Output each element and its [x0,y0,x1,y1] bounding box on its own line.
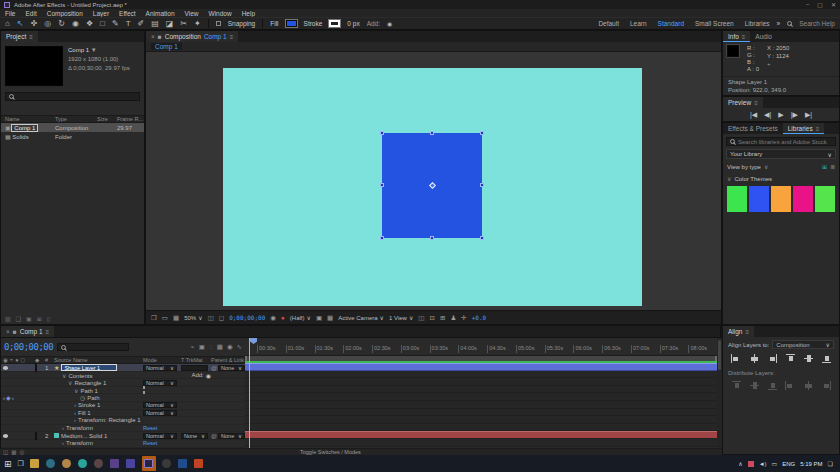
add-shape-button-icon[interactable]: ◉ [387,21,392,27]
layer-name-edit-field[interactable]: Shape Layer 1 [61,364,117,371]
tab-composition[interactable]: × ■ Composition Comp 1 ≡ [146,31,238,42]
project-search-input[interactable] [5,92,140,101]
panel-menu-icon[interactable]: ≡ [46,329,50,335]
workspace-default[interactable]: Default [598,20,619,27]
keyframe-icon[interactable]: ◆ [6,394,11,401]
clock[interactable]: 5:19 PM [800,461,822,467]
view-layout-dropdown[interactable]: 1 View∨ [389,314,413,321]
pickwhip-icon[interactable]: @ [211,433,217,439]
graph-editor-icon[interactable]: ∿ [237,343,242,351]
stopwatch-icon[interactable]: ◷ [80,395,85,401]
property-group-stroke-1[interactable]: ›Stroke 1 Normal∨ [1,402,245,410]
project-settings-icon[interactable]: ⊞ [37,315,42,322]
property-group-rectangle-1[interactable]: ∨Rectangle 1 Normal∨ [1,379,245,387]
tray-chevron-icon[interactable]: ∧ [738,460,742,467]
panel-menu-icon[interactable]: ≡ [230,34,234,40]
panel-menu-icon[interactable]: ≡ [754,100,758,106]
camera-tool-icon[interactable]: ◉ [72,20,79,28]
taskbar-app-6[interactable] [110,459,120,469]
distribute-vertical-center-button[interactable] [749,381,759,390]
layer-row-solid-1[interactable]: 2 Medium... Solid 1 Normal∨ None∨ @None∨ [1,432,245,440]
stroke-width-value[interactable]: 0 px [347,20,359,27]
shape-layer-rectangle[interactable] [382,133,482,238]
color-swatch-3[interactable] [771,186,791,212]
stroke-label[interactable]: Stroke [304,20,323,27]
align-right-button[interactable] [767,354,777,363]
menu-layer[interactable]: Layer [93,10,109,17]
blend-mode-dropdown[interactable]: Normal∨ [143,365,177,371]
pickwhip-icon[interactable]: @ [211,365,217,371]
tab-timeline-comp1[interactable]: × ■ Comp 1 ≡ [1,326,54,337]
new-folder-icon[interactable]: ❑ [16,315,21,322]
eye-icon[interactable] [3,366,8,370]
start-button-icon[interactable]: ⊞ [4,459,12,469]
align-horizontal-center-button[interactable] [749,354,759,363]
speaker-icon[interactable]: ◄) [759,461,767,467]
language-indicator[interactable]: ENG [782,461,795,467]
workspace-libraries[interactable]: Libraries [745,20,770,27]
selection-handle[interactable] [430,236,434,240]
guides-icon[interactable]: ◫ [208,314,214,322]
taskbar-app-11[interactable] [194,459,204,469]
menu-help[interactable]: Help [242,10,255,17]
breadcrumb[interactable]: Comp 1 [151,43,182,50]
tab-info[interactable]: Info ≡ [723,31,750,42]
time-ruler[interactable]: 00:30s01:00s 01:30s02:00s 02:30s03:00s 0… [245,338,717,356]
panel-menu-icon[interactable]: ≡ [745,329,749,335]
twirl-down-icon[interactable]: ∨ [62,373,66,379]
exposure-value[interactable]: +0.0 [472,314,486,321]
tab-effects-presets[interactable]: Effects & Presets [723,123,783,134]
pan-behind-tool-icon[interactable]: ❖ [86,20,93,28]
anchor-point-icon[interactable] [429,182,436,189]
selection-handle[interactable] [380,183,384,187]
current-time-field[interactable]: 0;00;00;00 [4,342,53,352]
twirl-right-icon[interactable]: › [62,425,64,431]
roto-brush-tool-icon[interactable]: ✂ [180,20,187,28]
prev-keyframe-icon[interactable]: ‹ [3,395,5,401]
menu-file[interactable]: File [5,10,15,17]
new-composition-icon[interactable]: ▣ [26,315,32,322]
twirl-down-icon[interactable]: ∨ [74,388,78,394]
twirl-right-icon[interactable]: › [74,410,76,416]
project-row-comp1[interactable]: ▣ Comp 1 Composition 29.97 [1,123,144,132]
align-vertical-center-button[interactable] [803,354,813,363]
parent-dropdown[interactable]: None∨ [218,433,245,439]
distribute-top-button[interactable] [731,381,741,390]
selection-handle[interactable] [430,131,434,135]
transparency-grid-icon[interactable]: ▦ [327,314,333,322]
reset-link[interactable]: Reset [143,425,181,431]
pixel-aspect-icon[interactable]: ◫ [418,314,424,322]
taskbar-app-2[interactable] [46,459,56,469]
fill-color-swatch[interactable] [286,20,297,27]
first-frame-button[interactable]: |◀ [750,111,757,119]
region-of-interest-icon[interactable]: ▣ [316,314,322,322]
column-source-name[interactable]: Source Name [54,357,143,363]
viewer-timecode[interactable]: 0;00;00;00 [229,314,265,321]
align-bottom-button[interactable] [821,354,831,363]
next-keyframe-icon[interactable]: › [12,395,14,401]
menu-animation[interactable]: Animation [146,10,175,17]
choose-grid-icon[interactable]: ▦ [173,314,179,322]
comp-canvas[interactable] [223,68,642,306]
add-property-button-icon[interactable]: ◉ [206,372,211,379]
column-framerate[interactable]: Frame R... [117,116,147,122]
layer-label-color[interactable] [35,432,37,440]
color-swatch-1[interactable] [727,186,747,212]
clone-stamp-tool-icon[interactable]: ▤ [151,20,159,28]
tab-audio[interactable]: Audio [750,31,777,42]
brush-tool-icon[interactable]: ✐ [138,20,145,28]
fast-previews-icon[interactable]: ⊡ [429,314,434,322]
camera-dropdown[interactable]: Active Camera∨ [338,314,384,321]
puppet-tool-icon[interactable]: ✦ [194,20,201,28]
close-button[interactable]: ✕ [831,1,836,8]
color-swatch-2[interactable] [749,186,769,212]
property-group-transform-rectangle[interactable]: ›Transform: Rectangle 1 [1,417,245,425]
taskbar-app-active[interactable] [142,456,156,471]
stroke-color-swatch[interactable] [329,20,340,27]
type-tool-icon[interactable]: T [126,20,131,28]
motion-blur-icon[interactable]: ◉ [227,343,233,351]
selection-tool-icon[interactable]: ↖ [17,20,24,28]
align-left-button[interactable] [731,354,741,363]
panel-menu-icon[interactable]: ≡ [29,34,33,40]
draft-3d-icon[interactable]: ▣ [199,343,205,351]
